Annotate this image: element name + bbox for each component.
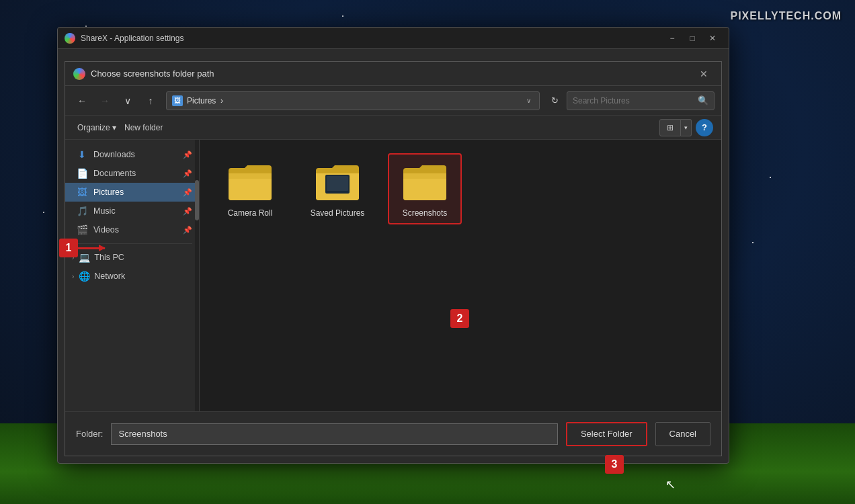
new-folder-button[interactable]: New folder (120, 120, 167, 135)
videos-pin-icon: 📌 (183, 226, 192, 235)
folder-saved-pictures[interactable]: Saved Pictures (300, 153, 374, 224)
sidebar: ⬇ Downloads 📌 📄 Documents 📌 🖼 Pictures 📌 (65, 140, 200, 411)
badge-2: 2 (450, 309, 469, 328)
badge-3: 3 (605, 455, 624, 474)
saved-pictures-name: Saved Pictures (311, 208, 365, 218)
minimize-button[interactable]: − (663, 32, 682, 45)
close-button[interactable]: ✕ (703, 32, 722, 45)
documents-pin-icon: 📌 (183, 169, 192, 178)
cancel-button[interactable]: Cancel (655, 422, 710, 446)
camera-roll-folder-svg (226, 160, 274, 203)
dialog-app-icon (73, 68, 85, 80)
folder-dialog: Choose screenshots folder path ✕ ← → ∨ ↑… (65, 61, 722, 456)
screenshots-icon-wrapper (401, 160, 449, 203)
videos-label: Videos (93, 225, 119, 235)
help-button[interactable]: ? (696, 119, 713, 136)
restore-button[interactable]: □ (683, 32, 702, 45)
documents-icon: 📄 (76, 167, 88, 179)
step1-container: 1 (59, 239, 105, 257)
bottom-bar: Folder: Select Folder Cancel (65, 411, 721, 456)
downloads-pin-icon: 📌 (183, 151, 192, 159)
file-area: Camera Roll Saved Pictures (200, 140, 721, 411)
address-text: Pictures › (187, 96, 524, 106)
videos-icon: 🎬 (76, 224, 88, 236)
main-title-text: ShareX - Application settings (81, 34, 663, 43)
refresh-button[interactable]: ↻ (545, 91, 564, 110)
svg-rect-0 (229, 173, 272, 179)
saved-pictures-folder-svg (313, 160, 362, 203)
folder-camera-roll[interactable]: Camera Roll (213, 153, 287, 224)
watermark-text: PIXELLYTECH.COM (730, 10, 842, 22)
pictures-pin-icon: 📌 (183, 188, 192, 197)
view-button[interactable]: ⊞ (659, 119, 681, 136)
view-dropdown-button[interactable]: ▾ (681, 119, 692, 136)
network-label: Network (94, 271, 125, 281)
app-icon (65, 33, 75, 44)
downloads-label: Downloads (93, 150, 135, 159)
arrow-1-head (99, 245, 106, 251)
forward-button[interactable]: → (95, 91, 115, 110)
music-icon: 🎵 (76, 205, 88, 217)
address-dropdown-icon[interactable]: ∨ (524, 97, 534, 104)
sidebar-item-network[interactable]: › 🌐 Network (65, 267, 199, 286)
downloads-icon: ⬇ (76, 149, 88, 161)
dialog-close-button[interactable]: ✕ (694, 66, 713, 82)
camera-roll-icon-wrapper (226, 160, 274, 203)
saved-pictures-icon-wrapper (313, 160, 362, 203)
music-pin-icon: 📌 (183, 207, 192, 216)
sidebar-item-pictures[interactable]: 🖼 Pictures 📌 (65, 183, 199, 202)
pictures-label: Pictures (93, 187, 124, 197)
sidebar-item-videos[interactable]: 🎬 Videos 📌 (65, 220, 199, 239)
dialog-title-text: Choose screenshots folder path (91, 69, 694, 79)
organize-button[interactable]: Organize ▾ (73, 120, 120, 135)
action-bar: Organize ▾ New folder ⊞ ▾ ? (65, 116, 721, 140)
up-button[interactable]: ↑ (140, 91, 161, 110)
main-window: ShareX - Application settings − □ ✕ Choo… (57, 27, 729, 464)
screenshots-name: Screenshots (403, 208, 448, 218)
select-folder-button[interactable]: Select Folder (566, 422, 647, 446)
sidebar-item-downloads[interactable]: ⬇ Downloads 📌 (65, 145, 199, 164)
documents-label: Documents (93, 169, 136, 178)
search-icon[interactable]: 🔍 (698, 95, 708, 106)
network-chevron: › (72, 273, 74, 280)
pictures-icon: 🖼 (76, 186, 88, 198)
sidebar-container: ⬇ Downloads 📌 📄 Documents 📌 🖼 Pictures 📌 (65, 140, 200, 411)
svg-rect-3 (403, 173, 446, 179)
sidebar-scrollbar[interactable] (195, 140, 199, 411)
music-label: Music (93, 206, 116, 216)
dialog-title-bar: Choose screenshots folder path ✕ (65, 62, 721, 86)
camera-roll-name: Camera Roll (228, 208, 273, 218)
sidebar-item-music[interactable]: 🎵 Music 📌 (65, 202, 199, 220)
address-bar[interactable]: 🖼 Pictures › ∨ (166, 91, 540, 110)
folder-input[interactable] (111, 423, 557, 445)
navigation-toolbar: ← → ∨ ↑ 🖼 Pictures › ∨ ↻ 🔍 (65, 86, 721, 116)
folder-screenshots[interactable]: Screenshots (388, 153, 462, 224)
sidebar-scroll-thumb (195, 180, 199, 220)
window-controls: − □ ✕ (663, 32, 722, 45)
main-title-bar: ShareX - Application settings − □ ✕ (58, 28, 729, 49)
sidebar-item-documents[interactable]: 📄 Documents 📌 (65, 164, 199, 183)
screenshots-folder-svg (401, 160, 449, 203)
badge-1: 1 (59, 239, 78, 257)
svg-rect-2 (327, 176, 348, 191)
address-icon: 🖼 (172, 95, 183, 106)
back-button[interactable]: ← (72, 91, 92, 110)
search-box: 🔍 (567, 91, 715, 110)
search-input[interactable] (573, 96, 698, 106)
folder-label: Folder: (76, 429, 103, 439)
dropdown-button[interactable]: ∨ (118, 91, 138, 110)
cursor: ↖ (665, 477, 676, 492)
arrow-1 (78, 247, 105, 249)
network-icon: 🌐 (78, 270, 90, 282)
